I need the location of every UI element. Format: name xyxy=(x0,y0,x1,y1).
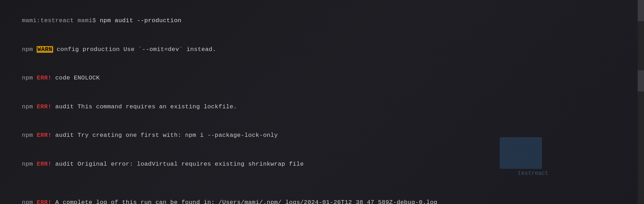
err-label-3: ERR! xyxy=(37,75,51,81)
terminal-line-3: npm ERR! code ENOLOCK xyxy=(7,64,637,93)
scrollbar-track xyxy=(638,0,644,204)
err-text-3: code ENOLOCK xyxy=(52,75,100,81)
prompt-1: mami:testreact mami$ xyxy=(22,17,100,24)
terminal-line-1: mami:testreact mami$ npm audit --product… xyxy=(7,6,637,35)
err-label-5: ERR! xyxy=(37,132,51,139)
err-text-4: audit This command requires an existing … xyxy=(52,103,237,110)
err-label-6: ERR! xyxy=(37,161,51,167)
err-text-8: A complete log of this run can be found … xyxy=(52,199,437,204)
err-text-6: audit Original error: loadVirtual requir… xyxy=(52,161,304,167)
err-text-5: audit Try creating one first with: npm i… xyxy=(52,132,278,139)
terminal-line-4: npm ERR! audit This command requires an … xyxy=(7,93,637,121)
npm-prefix-5: npm xyxy=(22,132,37,139)
command-1: npm audit --production xyxy=(100,17,182,24)
terminal-line-5: npm ERR! audit Try creating one first wi… xyxy=(7,121,637,150)
scrollbar-thumb-top[interactable] xyxy=(638,0,644,21)
npm-prefix-3: npm xyxy=(22,75,37,81)
npm-prefix-2: npm xyxy=(22,46,37,53)
terminal-window: mami:testreact mami$ npm audit --product… xyxy=(0,0,644,204)
warn-label-2: WARN xyxy=(37,46,53,53)
npm-prefix-8: npm xyxy=(22,199,37,204)
warn-text-2: config production Use `--omit=dev` inste… xyxy=(53,46,216,53)
terminal-line-7 xyxy=(7,178,637,188)
err-label-8: ERR! xyxy=(37,199,51,204)
scrollbar-thumb-mid[interactable] xyxy=(638,70,644,91)
overlay-label: testreact xyxy=(518,170,548,177)
terminal-line-2: npm WARN config production Use `--omit=d… xyxy=(7,35,637,64)
terminal-line-8: npm ERR! A complete log of this run can … xyxy=(7,188,637,204)
overlay-box xyxy=(500,137,542,169)
npm-prefix-4: npm xyxy=(22,103,37,110)
err-label-4: ERR! xyxy=(37,103,51,110)
npm-prefix-6: npm xyxy=(22,161,37,167)
